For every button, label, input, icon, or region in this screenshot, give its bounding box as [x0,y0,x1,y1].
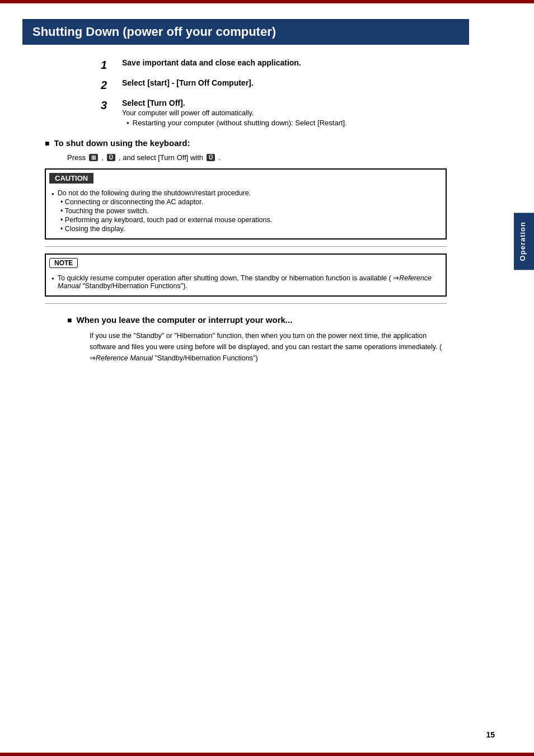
step-3-content: Select [Turn Off]. Your computer will po… [122,98,469,127]
keyboard-section-header: To shut down using the keyboard: [45,138,469,148]
divider-2 [45,303,447,304]
caution-sub-1: Connecting or disconnecting the AC adapt… [60,198,440,206]
note-content: To quickly resume computer operation aft… [46,268,446,295]
caution-content: Do not do the following during the shutd… [46,184,446,238]
caution-sub-3: Performing any keyboard, touch pad or ex… [60,216,440,224]
instruction-mid: , and select [Turn Off] with [119,153,203,162]
u-key-icon-2: Ū [207,154,215,161]
leave-section-body: If you use the "Standby" or "Hibernation… [90,330,447,364]
step-2: 2 Select [start] - [Turn Off Computer]. [101,78,469,92]
leave-section-header: When you leave the computer or interrupt… [67,315,447,325]
caution-item-1-text: Do not do the following during the shutd… [58,189,251,197]
note-label: NOTE [49,258,78,268]
u-key-icon: Ū [107,154,115,161]
keyboard-instruction: Press ⊞ , Ū , and select [Turn Off] with… [67,153,469,162]
step-2-content: Select [start] - [Turn Off Computer]. [122,78,469,87]
note-box: NOTE To quickly resume computer operatio… [45,253,447,297]
note-text-end: "Standby/Hibernation Functions"). [81,282,188,290]
sidebar-tab: Operation [514,213,534,270]
caution-item-1: Do not do the following during the shutd… [51,189,440,197]
step-2-title: Select [start] - [Turn Off Computer]. [122,78,469,87]
caution-sub-4: Closing the display. [60,225,440,233]
step-number-2: 2 [101,78,116,92]
leave-section: When you leave the computer or interrupt… [45,315,447,364]
note-item-1: To quickly resume computer operation aft… [51,274,440,290]
page-number: 15 [486,730,495,739]
bottom-bar [0,753,534,756]
press-text: Press [67,153,86,162]
leave-body-end: "Standby/Hibernation Functions") [153,354,257,362]
period: . [218,153,221,162]
step-3-bullet-text: Restarting your computer (without shutti… [133,119,347,127]
note-text-start: To quickly resume computer operation aft… [58,274,399,282]
content-area: Shutting Down (power off your computer) … [0,3,514,386]
divider-1 [45,246,447,247]
caution-sub-2: Touching the power switch. [60,207,440,215]
step-1-title: Save important data and close each appli… [122,58,469,67]
step-number-3: 3 [101,98,116,112]
step-3-sub: Your computer will power off automatical… [122,109,469,117]
caution-box: CAUTION Do not do the following during t… [45,168,447,240]
step-number-1: 1 [101,58,116,72]
step-3-title: Select [Turn Off]. [122,98,469,107]
step-1: 1 Save important data and close each app… [101,58,469,72]
step-3: 3 Select [Turn Off]. Your computer will … [101,98,469,127]
note-item-1-text: To quickly resume computer operation aft… [58,274,440,290]
caution-label: CAUTION [49,173,93,184]
comma-sep: , [101,153,104,162]
step-1-content: Save important data and close each appli… [122,58,469,67]
page-title: Shutting Down (power off your computer) [22,19,469,45]
windows-key-icon: ⊞ [89,154,98,161]
leave-body-italic: Reference Manual [96,354,153,362]
page-wrapper: Shutting Down (power off your computer) … [0,0,534,756]
step-3-bullet-1: Restarting your computer (without shutti… [127,119,469,127]
